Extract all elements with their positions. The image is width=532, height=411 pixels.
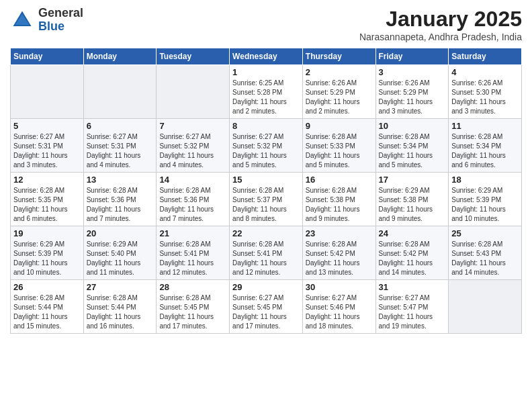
day-number: 17 bbox=[379, 175, 446, 185]
calendar-day-cell: 9Sunrise: 6:28 AMSunset: 5:33 PMDaylight… bbox=[302, 119, 375, 173]
header: General Blue January 2025 Narasannapeta,… bbox=[10, 7, 522, 42]
calendar-day-cell: 29Sunrise: 6:27 AMSunset: 5:45 PMDayligh… bbox=[230, 280, 303, 334]
calendar-day-cell: 23Sunrise: 6:28 AMSunset: 5:42 PMDayligh… bbox=[302, 226, 375, 280]
calendar-day-cell: 21Sunrise: 6:28 AMSunset: 5:41 PMDayligh… bbox=[157, 226, 230, 280]
day-number: 2 bbox=[306, 67, 373, 77]
day-number: 19 bbox=[13, 228, 81, 238]
title-block: January 2025 Narasannapeta, Andhra Prade… bbox=[359, 7, 522, 42]
day-info: Sunrise: 6:28 AMSunset: 5:43 PMDaylight:… bbox=[451, 240, 519, 277]
calendar-day-cell: 3Sunrise: 6:26 AMSunset: 5:29 PMDaylight… bbox=[375, 65, 449, 119]
day-info: Sunrise: 6:27 AMSunset: 5:32 PMDaylight:… bbox=[159, 132, 226, 170]
calendar-day-cell: 12Sunrise: 6:28 AMSunset: 5:35 PMDayligh… bbox=[11, 173, 84, 226]
calendar-week-row: 5Sunrise: 6:27 AMSunset: 5:31 PMDaylight… bbox=[11, 119, 522, 173]
day-info: Sunrise: 6:26 AMSunset: 5:29 PMDaylight:… bbox=[306, 79, 373, 116]
day-number: 3 bbox=[379, 67, 446, 77]
day-number: 31 bbox=[379, 282, 446, 292]
day-number: 8 bbox=[232, 121, 300, 131]
day-number: 13 bbox=[87, 175, 154, 185]
day-info: Sunrise: 6:29 AMSunset: 5:40 PMDaylight:… bbox=[87, 240, 154, 277]
day-number: 20 bbox=[87, 228, 154, 238]
calendar-day-cell: 22Sunrise: 6:28 AMSunset: 5:41 PMDayligh… bbox=[230, 226, 303, 280]
calendar-day-cell: 1Sunrise: 6:25 AMSunset: 5:28 PMDaylight… bbox=[230, 65, 303, 119]
day-info: Sunrise: 6:28 AMSunset: 5:34 PMDaylight:… bbox=[379, 132, 446, 170]
calendar-day-cell: 6Sunrise: 6:27 AMSunset: 5:31 PMDaylight… bbox=[83, 119, 157, 173]
day-info: Sunrise: 6:27 AMSunset: 5:45 PMDaylight:… bbox=[232, 293, 300, 331]
day-info: Sunrise: 6:27 AMSunset: 5:31 PMDaylight:… bbox=[13, 132, 81, 170]
day-number: 5 bbox=[13, 121, 81, 131]
calendar: SundayMondayTuesdayWednesdayThursdayFrid… bbox=[10, 48, 522, 334]
day-number: 28 bbox=[159, 282, 226, 292]
day-number: 16 bbox=[306, 175, 373, 185]
day-number: 15 bbox=[232, 175, 300, 185]
day-number: 21 bbox=[159, 228, 226, 238]
calendar-day-header: Wednesday bbox=[230, 48, 303, 65]
calendar-day-cell: 5Sunrise: 6:27 AMSunset: 5:31 PMDaylight… bbox=[11, 119, 84, 173]
calendar-day-cell: 19Sunrise: 6:29 AMSunset: 5:39 PMDayligh… bbox=[11, 226, 84, 280]
day-info: Sunrise: 6:28 AMSunset: 5:41 PMDaylight:… bbox=[232, 240, 300, 277]
calendar-day-cell: 24Sunrise: 6:28 AMSunset: 5:42 PMDayligh… bbox=[375, 226, 449, 280]
day-number: 10 bbox=[379, 121, 446, 131]
day-number: 29 bbox=[232, 282, 300, 292]
calendar-day-cell: 8Sunrise: 6:27 AMSunset: 5:32 PMDaylight… bbox=[230, 119, 303, 173]
day-info: Sunrise: 6:25 AMSunset: 5:28 PMDaylight:… bbox=[232, 79, 300, 116]
calendar-week-row: 12Sunrise: 6:28 AMSunset: 5:35 PMDayligh… bbox=[11, 173, 522, 226]
day-info: Sunrise: 6:29 AMSunset: 5:39 PMDaylight:… bbox=[13, 240, 81, 277]
calendar-day-cell: 31Sunrise: 6:27 AMSunset: 5:47 PMDayligh… bbox=[375, 280, 449, 334]
day-number: 12 bbox=[13, 175, 81, 185]
calendar-day-cell bbox=[449, 280, 522, 334]
day-info: Sunrise: 6:28 AMSunset: 5:34 PMDaylight:… bbox=[451, 132, 519, 170]
calendar-day-header: Thursday bbox=[302, 48, 375, 65]
day-info: Sunrise: 6:28 AMSunset: 5:44 PMDaylight:… bbox=[87, 293, 154, 331]
day-number: 4 bbox=[451, 67, 519, 77]
day-info: Sunrise: 6:27 AMSunset: 5:32 PMDaylight:… bbox=[232, 132, 300, 170]
day-info: Sunrise: 6:29 AMSunset: 5:39 PMDaylight:… bbox=[451, 186, 519, 224]
day-info: Sunrise: 6:28 AMSunset: 5:33 PMDaylight:… bbox=[306, 132, 373, 170]
calendar-day-cell bbox=[11, 65, 84, 119]
calendar-day-header: Friday bbox=[375, 48, 449, 65]
day-info: Sunrise: 6:26 AMSunset: 5:30 PMDaylight:… bbox=[451, 79, 519, 116]
day-info: Sunrise: 6:27 AMSunset: 5:31 PMDaylight:… bbox=[87, 132, 154, 170]
calendar-day-cell: 25Sunrise: 6:28 AMSunset: 5:43 PMDayligh… bbox=[449, 226, 522, 280]
calendar-day-cell: 17Sunrise: 6:29 AMSunset: 5:38 PMDayligh… bbox=[375, 173, 449, 226]
location: Narasannapeta, Andhra Pradesh, India bbox=[359, 32, 522, 42]
calendar-day-cell: 18Sunrise: 6:29 AMSunset: 5:39 PMDayligh… bbox=[449, 173, 522, 226]
calendar-day-cell: 14Sunrise: 6:28 AMSunset: 5:36 PMDayligh… bbox=[157, 173, 230, 226]
day-info: Sunrise: 6:28 AMSunset: 5:42 PMDaylight:… bbox=[379, 240, 446, 277]
day-info: Sunrise: 6:28 AMSunset: 5:37 PMDaylight:… bbox=[232, 186, 300, 224]
logo: General Blue bbox=[10, 7, 83, 34]
calendar-day-cell: 13Sunrise: 6:28 AMSunset: 5:36 PMDayligh… bbox=[83, 173, 157, 226]
calendar-header-row: SundayMondayTuesdayWednesdayThursdayFrid… bbox=[11, 48, 522, 65]
day-info: Sunrise: 6:28 AMSunset: 5:38 PMDaylight:… bbox=[306, 186, 373, 224]
day-info: Sunrise: 6:29 AMSunset: 5:38 PMDaylight:… bbox=[379, 186, 446, 224]
logo-blue: Blue bbox=[38, 20, 83, 34]
day-info: Sunrise: 6:28 AMSunset: 5:42 PMDaylight:… bbox=[306, 240, 373, 277]
logo-icon bbox=[10, 8, 34, 32]
day-number: 26 bbox=[13, 282, 81, 292]
day-number: 22 bbox=[232, 228, 300, 238]
calendar-day-cell bbox=[83, 65, 157, 119]
day-info: Sunrise: 6:28 AMSunset: 5:41 PMDaylight:… bbox=[159, 240, 226, 277]
calendar-day-header: Saturday bbox=[449, 48, 522, 65]
logo-general: General bbox=[38, 7, 83, 20]
calendar-day-cell: 2Sunrise: 6:26 AMSunset: 5:29 PMDaylight… bbox=[302, 65, 375, 119]
calendar-day-cell: 7Sunrise: 6:27 AMSunset: 5:32 PMDaylight… bbox=[157, 119, 230, 173]
calendar-day-cell: 16Sunrise: 6:28 AMSunset: 5:38 PMDayligh… bbox=[302, 173, 375, 226]
day-info: Sunrise: 6:27 AMSunset: 5:46 PMDaylight:… bbox=[306, 293, 373, 331]
calendar-day-cell: 26Sunrise: 6:28 AMSunset: 5:44 PMDayligh… bbox=[11, 280, 84, 334]
calendar-day-cell: 11Sunrise: 6:28 AMSunset: 5:34 PMDayligh… bbox=[449, 119, 522, 173]
calendar-day-header: Tuesday bbox=[157, 48, 230, 65]
day-number: 11 bbox=[451, 121, 519, 131]
calendar-day-header: Sunday bbox=[11, 48, 84, 65]
calendar-day-cell: 10Sunrise: 6:28 AMSunset: 5:34 PMDayligh… bbox=[375, 119, 449, 173]
day-info: Sunrise: 6:28 AMSunset: 5:44 PMDaylight:… bbox=[13, 293, 81, 331]
calendar-day-cell bbox=[157, 65, 230, 119]
day-number: 1 bbox=[232, 67, 300, 77]
month-title: January 2025 bbox=[359, 7, 522, 32]
day-info: Sunrise: 6:28 AMSunset: 5:35 PMDaylight:… bbox=[13, 186, 81, 224]
page: General Blue January 2025 Narasannapeta,… bbox=[0, 0, 532, 411]
day-number: 24 bbox=[379, 228, 446, 238]
day-number: 27 bbox=[87, 282, 154, 292]
day-number: 30 bbox=[306, 282, 373, 292]
day-info: Sunrise: 6:26 AMSunset: 5:29 PMDaylight:… bbox=[379, 79, 446, 116]
day-number: 25 bbox=[451, 228, 519, 238]
